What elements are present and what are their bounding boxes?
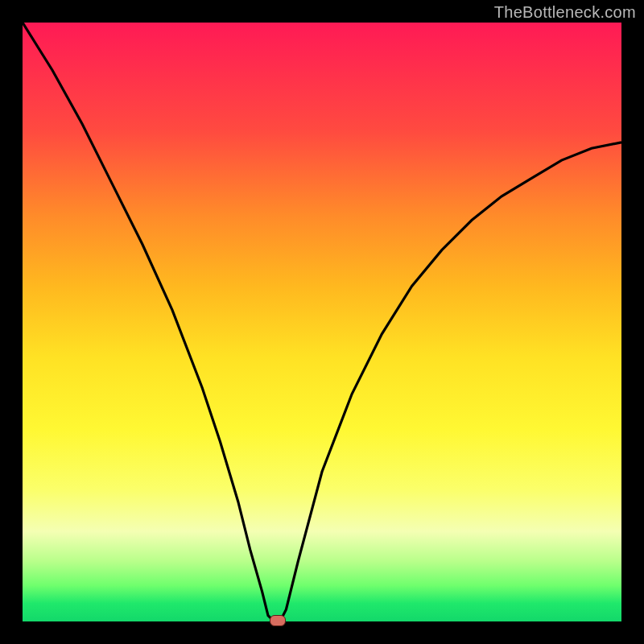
optimal-point-marker (270, 615, 286, 626)
chart-gradient-background (23, 23, 621, 621)
chart-frame: TheBottleneck.com (0, 0, 644, 644)
watermark-text: TheBottleneck.com (494, 3, 636, 22)
